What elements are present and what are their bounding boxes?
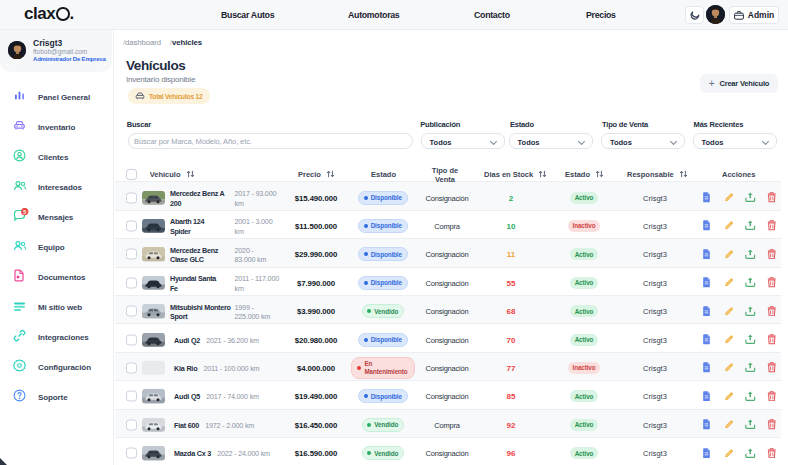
- svg-text:5: 5: [23, 209, 26, 215]
